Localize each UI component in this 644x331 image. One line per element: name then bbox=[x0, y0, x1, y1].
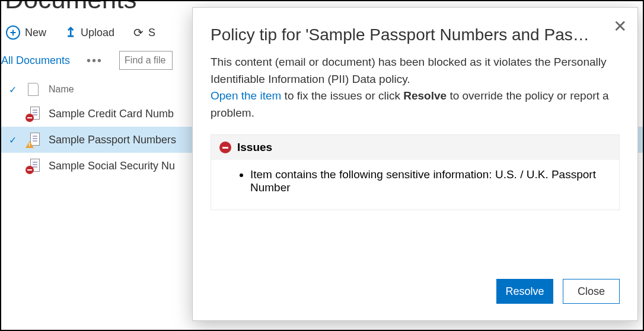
dialog-text-line2a: to fix the issues or click bbox=[281, 89, 403, 102]
view-all-documents[interactable]: All Documents bbox=[1, 54, 70, 67]
close-icon[interactable]: ✕ bbox=[613, 18, 627, 35]
resolve-button[interactable]: Resolve bbox=[496, 279, 553, 304]
dialog-text-bold: Resolve bbox=[403, 89, 447, 102]
warning-icon bbox=[25, 141, 34, 148]
close-button[interactable]: Close bbox=[563, 279, 620, 304]
new-button[interactable]: + New bbox=[6, 25, 46, 40]
views-more-button[interactable]: ••• bbox=[87, 54, 103, 68]
dialog-footer: Resolve Close bbox=[496, 279, 620, 304]
sync-label: S bbox=[148, 27, 155, 39]
type-icon-header bbox=[26, 83, 40, 96]
issue-item: Item contains the following sensitive in… bbox=[250, 168, 607, 194]
upload-button[interactable]: ↥ Upload bbox=[65, 25, 114, 40]
new-label: New bbox=[25, 27, 46, 39]
sync-button[interactable]: ⟳ S bbox=[133, 25, 155, 40]
upload-label: Upload bbox=[81, 27, 114, 39]
doc-status-icon bbox=[26, 133, 40, 147]
issues-body: Item contains the following sensitive in… bbox=[211, 160, 619, 210]
blocked-icon bbox=[25, 114, 34, 122]
issues-header: Issues bbox=[211, 135, 619, 160]
open-item-link[interactable]: Open the item bbox=[211, 89, 281, 102]
upload-icon: ↥ bbox=[65, 25, 76, 40]
issues-heading-text: Issues bbox=[237, 141, 272, 154]
issues-panel: Issues Item contains the following sensi… bbox=[211, 134, 620, 210]
blocked-icon bbox=[25, 166, 34, 174]
search-input[interactable] bbox=[119, 51, 173, 70]
plus-circle-icon: + bbox=[6, 25, 20, 40]
doc-status-icon bbox=[26, 107, 40, 121]
blocked-icon bbox=[219, 142, 231, 153]
policy-tip-dialog: ✕ Policy tip for 'Sample Passport Number… bbox=[192, 7, 638, 321]
dialog-body: This content (email or document) has bee… bbox=[211, 54, 620, 121]
dialog-text-line1: This content (email or document) has bee… bbox=[211, 56, 606, 85]
sync-icon: ⟳ bbox=[133, 25, 144, 40]
dialog-title: Policy tip for 'Sample Passport Numbers … bbox=[211, 22, 596, 44]
row-checkbox[interactable]: ✓ bbox=[7, 134, 18, 146]
select-all-checkbox[interactable]: ✓ bbox=[7, 84, 18, 95]
doc-status-icon bbox=[26, 159, 40, 173]
